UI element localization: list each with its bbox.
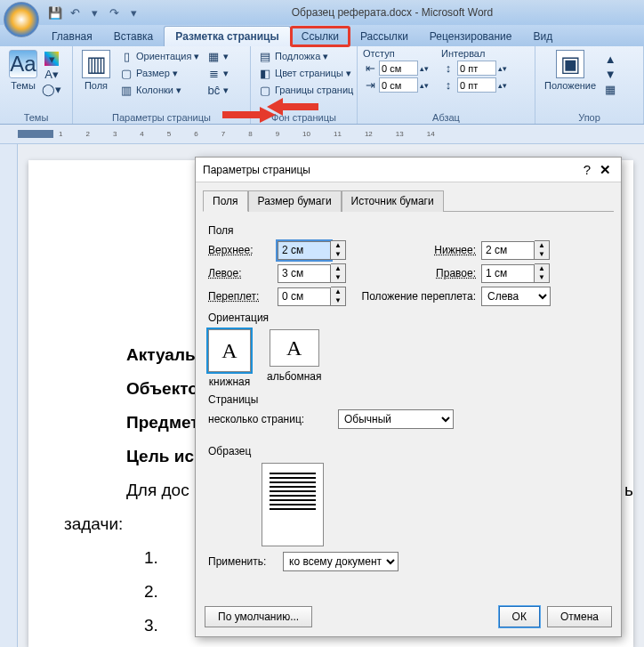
dialog-footer: По умолчанию... ОК Отмена (196, 601, 621, 636)
spinner-icon[interactable]: ▲▼ (331, 240, 346, 260)
vertical-ruler[interactable] (0, 144, 18, 647)
spin-icon[interactable]: ▴▾ (498, 81, 507, 90)
window-title: Образец реферата.docx - Microsoft Word (141, 6, 644, 19)
gutter-label: Переплет: (208, 290, 272, 303)
send-back-icon[interactable]: ▼ (603, 67, 617, 81)
top-margin-input[interactable] (278, 241, 331, 260)
bottom-margin-field[interactable]: ▲▼ (481, 240, 550, 260)
doc-line: Структура Реферат состоит из введения дв… (64, 643, 598, 647)
right-margin-field[interactable]: ▲▼ (481, 263, 550, 283)
title-bar: 💾 ↶ ▾ ↷ ▾ Образец реферата.docx - Micros… (0, 0, 644, 25)
columns-icon: ▥ (119, 83, 133, 97)
apply-to-select[interactable]: ко всему документу (283, 552, 398, 571)
line-numbers-icon: ≣ (206, 66, 221, 80)
theme-fonts-icon[interactable]: A▾ (44, 67, 59, 81)
spin-icon[interactable]: ▴▾ (420, 64, 429, 73)
tab-mailings[interactable]: Рассылки (350, 27, 419, 46)
right-margin-input[interactable] (481, 264, 535, 283)
horizontal-ruler[interactable]: . 1234567891011121314 (0, 125, 644, 144)
cancel-button[interactable]: Отмена (547, 606, 612, 627)
tab-view[interactable]: Вид (523, 27, 564, 46)
close-icon[interactable]: ✕ (596, 162, 614, 178)
group-label-paragraph: Абзац (363, 111, 529, 124)
tab-page-layout[interactable]: Разметка страницы (164, 26, 290, 46)
spin-icon[interactable]: ▴▾ (498, 64, 507, 73)
indent-label: Отступ (363, 48, 429, 59)
top-margin-field[interactable]: ▲▼ (278, 240, 346, 260)
right-margin-label: Правое: (351, 267, 476, 279)
line-numbers-button[interactable]: ≣▾ (205, 65, 230, 81)
tab-insert[interactable]: Вставка (103, 27, 165, 46)
orientation-button[interactable]: ▯Ориентация ▾ (117, 48, 201, 64)
group-label-arrange: Упор (541, 111, 638, 124)
dialog-titlebar[interactable]: Параметры страницы ? ✕ (196, 158, 621, 182)
spinner-icon[interactable]: ▲▼ (331, 287, 346, 306)
bottom-margin-input[interactable] (481, 241, 535, 260)
gutter-field[interactable]: ▲▼ (278, 287, 346, 306)
office-button[interactable] (4, 2, 39, 37)
group-label-background: Фон страницы (256, 111, 351, 124)
columns-button[interactable]: ▥Колонки ▾ (117, 82, 201, 98)
spinner-icon[interactable]: ▲▼ (331, 263, 346, 283)
left-margin-input[interactable] (278, 264, 331, 283)
dialog-tab-source[interactable]: Источник бумаги (342, 190, 444, 212)
themes-icon: Aa (9, 50, 37, 78)
tab-home[interactable]: Главная (41, 27, 103, 46)
position-button[interactable]: ▣ Положение (541, 48, 600, 93)
bottom-margin-label: Нижнее: (351, 244, 476, 256)
dialog-tabs: Поля Размер бумаги Источник бумаги (196, 182, 621, 211)
page-setup-dialog: Параметры страницы ? ✕ Поля Размер бумаг… (195, 157, 622, 637)
gutter-input[interactable] (278, 287, 331, 306)
ok-button[interactable]: ОК (499, 606, 540, 627)
tab-review[interactable]: Рецензирование (419, 27, 523, 46)
hyphenation-button[interactable]: bĉ▾ (205, 82, 230, 98)
themes-label: Темы (11, 80, 36, 91)
save-icon[interactable]: 💾 (48, 5, 62, 20)
page-borders-button[interactable]: ▢Границы страниц (256, 82, 355, 98)
indent-right-input[interactable] (379, 77, 418, 93)
qat-more-icon[interactable]: ▾ (126, 5, 141, 20)
position-icon: ▣ (556, 50, 584, 78)
group-arrange: ▣ Положение ▲ ▼ ▦ Упор (535, 46, 644, 124)
dialog-tab-paper[interactable]: Размер бумаги (248, 190, 342, 212)
breaks-button[interactable]: ▦▾ (205, 48, 230, 64)
theme-colors-icon[interactable]: ▾ (44, 52, 59, 66)
position-label: Положение (544, 80, 596, 91)
dropdown-icon[interactable]: ▾ (87, 5, 101, 20)
spinner-icon[interactable]: ▲▼ (535, 263, 550, 283)
margins-icon: ▥ (82, 50, 110, 78)
bring-front-icon[interactable]: ▲ (603, 52, 617, 66)
page-color-button[interactable]: ◧Цвет страницы ▾ (256, 65, 355, 81)
dialog-tab-fields[interactable]: Поля (203, 190, 248, 212)
size-icon: ▢ (119, 66, 133, 80)
group-page-setup: ▥ Поля ▯Ориентация ▾ ▢Размер ▾ ▥Колонки … (73, 46, 251, 124)
space-before-input[interactable] (457, 61, 496, 76)
watermark-button[interactable]: ▤Подложка ▾ (256, 48, 355, 64)
spin-icon[interactable]: ▴▾ (420, 81, 429, 90)
themes-button[interactable]: Aa Темы (5, 48, 41, 93)
tab-references[interactable]: Ссылки (291, 27, 350, 46)
theme-effects-icon[interactable]: ◯▾ (44, 82, 59, 96)
undo-icon[interactable]: ↶ (68, 5, 82, 20)
size-button[interactable]: ▢Размер ▾ (117, 65, 201, 81)
page-borders-icon: ▢ (258, 83, 272, 97)
portrait-icon: A (208, 329, 251, 372)
space-after-input[interactable] (457, 77, 496, 93)
spinner-icon[interactable]: ▲▼ (535, 240, 550, 260)
help-icon[interactable]: ? (578, 162, 596, 177)
defaults-button[interactable]: По умолчанию... (205, 606, 312, 627)
redo-icon[interactable]: ↷ (107, 5, 121, 20)
landscape-icon: A (270, 329, 319, 367)
wrap-text-icon[interactable]: ▦ (603, 82, 617, 96)
orientation-landscape[interactable]: A альбомная (267, 329, 322, 388)
ribbon-tabs: Главная Вставка Разметка страницы Ссылки… (0, 25, 644, 46)
indent-right-icon: ⇥ (363, 78, 377, 93)
orientation-portrait[interactable]: A книжная (208, 329, 251, 388)
multi-pages-select[interactable]: Обычный (338, 409, 454, 429)
gutter-position-select[interactable]: Слева (481, 287, 551, 306)
margins-button[interactable]: ▥ Поля (78, 48, 114, 93)
indent-left-input[interactable] (379, 61, 418, 76)
multi-pages-label: несколько страниц: (208, 413, 333, 425)
margins-label: Поля (85, 80, 108, 91)
left-margin-field[interactable]: ▲▼ (278, 263, 346, 283)
